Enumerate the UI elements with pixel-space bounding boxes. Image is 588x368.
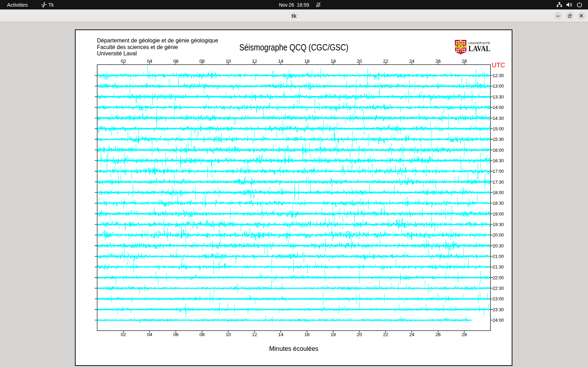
svg-text:13:30: 13:30 — [492, 94, 504, 100]
svg-text:22:30: 22:30 — [492, 286, 504, 291]
svg-text:14:00: 14:00 — [492, 105, 504, 110]
svg-text:19:00: 19:00 — [492, 211, 504, 217]
svg-text:Séismographe QCQ (CGC/GSC): Séismographe QCQ (CGC/GSC) — [239, 42, 349, 53]
svg-text:15:30: 15:30 — [492, 137, 504, 142]
svg-text:14:30: 14:30 — [492, 116, 504, 121]
svg-text:21:00: 21:00 — [492, 254, 504, 259]
svg-text:Faculté des sciences et de gén: Faculté des sciences et de génie — [97, 44, 178, 50]
svg-text:23:30: 23:30 — [492, 307, 504, 312]
svg-text:23:00: 23:00 — [492, 296, 504, 301]
svg-text:Minutes écoulées: Minutes écoulées — [269, 345, 318, 352]
svg-text:19:30: 19:30 — [492, 222, 504, 227]
svg-text:17:30: 17:30 — [492, 179, 504, 185]
svg-text:UTC: UTC — [492, 61, 505, 69]
svg-text:LAVAL: LAVAL — [468, 44, 490, 53]
svg-text:20:00: 20:00 — [492, 232, 504, 238]
svg-text:21:30: 21:30 — [492, 264, 504, 270]
svg-text:22:00: 22:00 — [492, 275, 504, 280]
svg-text:18:00: 18:00 — [492, 190, 504, 195]
svg-text:18:30: 18:30 — [492, 200, 504, 206]
svg-text:15:00: 15:00 — [492, 126, 504, 131]
svg-text:16:30: 16:30 — [492, 158, 504, 163]
svg-text:12:30: 12:30 — [492, 73, 504, 78]
svg-text:16:00: 16:00 — [492, 148, 504, 153]
svg-text:13:00: 13:00 — [492, 83, 504, 89]
svg-text:20:30: 20:30 — [492, 243, 504, 248]
svg-text:24:00: 24:00 — [492, 318, 504, 323]
svg-text:17:00: 17:00 — [492, 169, 504, 174]
svg-text:Université Laval: Université Laval — [97, 50, 137, 56]
svg-text:Département de géologie et de: Département de géologie et de génie géol… — [97, 37, 218, 43]
